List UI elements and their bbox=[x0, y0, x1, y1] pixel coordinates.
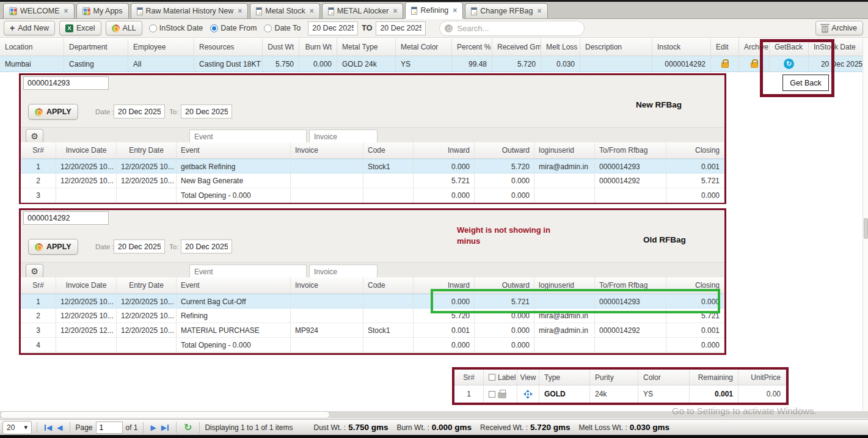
table-row[interactable]: 2 12/20/2025 10... 12/20/2025 10... Refi… bbox=[21, 308, 724, 323]
apply-button[interactable]: APPLY bbox=[28, 104, 78, 120]
event-filter-input[interactable] bbox=[189, 130, 307, 144]
column-header[interactable]: Archive bbox=[739, 38, 770, 56]
column-header[interactable]: Percent % bbox=[452, 38, 492, 56]
column-header[interactable]: Dust Wt bbox=[263, 38, 299, 56]
column-header[interactable]: Event bbox=[177, 277, 291, 294]
column-header[interactable]: Color bbox=[638, 370, 690, 385]
column-header[interactable]: Invoice bbox=[291, 142, 363, 159]
column-header[interactable]: Sr# bbox=[21, 142, 56, 159]
close-icon[interactable]: × bbox=[538, 7, 542, 15]
invoice-filter-input[interactable] bbox=[309, 130, 377, 144]
old-bag-number-input[interactable] bbox=[23, 211, 109, 225]
column-header[interactable]: Invoice Date bbox=[56, 142, 117, 159]
label-select-all-checkbox[interactable] bbox=[489, 374, 495, 381]
panel-date-to-input[interactable] bbox=[181, 239, 232, 254]
main-grid-row[interactable]: Mumbai Casting All Casting Dust 18KT 5.7… bbox=[0, 56, 868, 72]
search-box[interactable] bbox=[439, 21, 585, 36]
lock-icon[interactable] bbox=[721, 62, 729, 68]
close-icon[interactable]: × bbox=[393, 7, 397, 15]
column-header[interactable]: Type bbox=[539, 370, 590, 385]
column-header-label[interactable]: Label bbox=[484, 370, 517, 385]
horizontal-scrollbar-thumb[interactable] bbox=[0, 411, 330, 418]
tab-refining[interactable]: Refining × bbox=[405, 2, 463, 18]
close-icon[interactable]: × bbox=[310, 7, 314, 15]
table-row[interactable]: 4 Total Opening - 0.000 0.000 0.000 0.00… bbox=[21, 338, 724, 352]
vertical-scrollbar[interactable] bbox=[863, 38, 868, 411]
column-header[interactable]: Metal Type bbox=[337, 38, 396, 56]
tab-welcome[interactable]: WELCOME × bbox=[3, 3, 75, 18]
table-row[interactable]: 2 12/20/2025 10... 12/20/2025 10... New … bbox=[21, 173, 724, 188]
event-filter-input[interactable] bbox=[189, 265, 307, 279]
prev-page-button[interactable]: ◀ bbox=[57, 423, 62, 432]
horizontal-scrollbar[interactable] bbox=[0, 411, 868, 418]
column-header[interactable]: Inward bbox=[414, 277, 475, 294]
tab-raw-material-history-new[interactable]: Raw Material History New × bbox=[131, 3, 249, 18]
new-bag-number-input[interactable] bbox=[23, 76, 109, 90]
tab-metal-alocker[interactable]: METAL Alocker × bbox=[322, 3, 404, 18]
column-header[interactable]: Closing bbox=[666, 142, 724, 159]
column-header[interactable]: InStock Date bbox=[809, 38, 868, 56]
tab-metal-stock[interactable]: Metal Stock × bbox=[250, 3, 319, 18]
close-icon[interactable]: × bbox=[453, 6, 457, 15]
table-row[interactable]: 1 12/20/2025 10... 12/20/2025 10... Curr… bbox=[21, 294, 724, 308]
column-header[interactable]: Outward bbox=[475, 277, 534, 294]
column-header[interactable]: Edit bbox=[711, 38, 739, 56]
panel-date-from-input[interactable] bbox=[114, 239, 165, 254]
lock-icon[interactable] bbox=[751, 62, 758, 68]
get-back-button[interactable]: Get Back bbox=[782, 75, 829, 91]
column-header[interactable]: Invoice Date bbox=[56, 277, 117, 294]
tab-my-apps[interactable]: My Apps bbox=[76, 3, 129, 18]
add-new-button[interactable]: + Add New bbox=[4, 21, 55, 35]
apply-button[interactable]: APPLY bbox=[28, 239, 78, 255]
table-row[interactable]: 3 12/20/2025 12... 12/20/2025 10... MATE… bbox=[21, 323, 724, 338]
page-size-select[interactable]: 20 ▾ bbox=[2, 421, 32, 434]
last-page-button[interactable]: ▶ bbox=[161, 423, 169, 432]
date-to-input[interactable] bbox=[376, 21, 426, 35]
column-header[interactable]: To/From Rfbag bbox=[595, 142, 666, 159]
search-input[interactable] bbox=[457, 24, 579, 33]
first-page-button[interactable]: ◀ bbox=[45, 423, 52, 432]
column-header[interactable]: Description bbox=[580, 38, 652, 56]
column-header[interactable]: Department bbox=[64, 38, 128, 56]
radio-instock-date[interactable]: InStock Date bbox=[149, 24, 203, 32]
column-header[interactable]: loginuserid bbox=[534, 142, 595, 159]
column-header[interactable]: To/From Rfbag bbox=[595, 277, 666, 294]
gear-button[interactable]: ⚙ bbox=[26, 264, 43, 279]
column-header[interactable]: Remaining bbox=[690, 370, 739, 385]
panel-date-to-input[interactable] bbox=[181, 104, 232, 119]
column-header[interactable]: Closing bbox=[666, 277, 724, 294]
panel-date-from-input[interactable] bbox=[114, 104, 165, 119]
archive-button[interactable]: Archive bbox=[815, 21, 863, 35]
column-header[interactable]: Melt Loss bbox=[541, 38, 580, 56]
column-header[interactable]: Invoice bbox=[291, 277, 363, 294]
column-header[interactable]: Received Gm bbox=[492, 38, 541, 56]
date-from-input[interactable] bbox=[308, 21, 358, 35]
column-header[interactable]: GetBack bbox=[770, 38, 809, 56]
column-header[interactable]: Outward bbox=[475, 142, 534, 159]
getback-icon[interactable]: ↻ bbox=[784, 59, 794, 69]
column-header[interactable]: Metal Color bbox=[396, 38, 452, 56]
vertical-scrollbar-thumb[interactable] bbox=[864, 218, 868, 239]
column-header[interactable]: Employee bbox=[128, 38, 194, 56]
printer-icon[interactable] bbox=[498, 392, 506, 398]
column-header[interactable]: UnitPrice bbox=[739, 370, 786, 385]
all-filter-button[interactable]: ALL bbox=[106, 21, 142, 35]
column-header[interactable]: View bbox=[517, 370, 539, 385]
gear-button[interactable]: ⚙ bbox=[26, 129, 43, 144]
column-header[interactable]: Purity bbox=[590, 370, 638, 385]
move-view-icon[interactable] bbox=[523, 390, 533, 399]
column-header[interactable]: Sr# bbox=[454, 370, 484, 385]
refresh-icon[interactable]: ↻ bbox=[184, 422, 192, 433]
invoice-filter-input[interactable] bbox=[309, 265, 377, 279]
next-page-button[interactable]: ▶ bbox=[151, 423, 156, 432]
column-header[interactable]: Resources bbox=[194, 38, 263, 56]
column-header[interactable]: Instock bbox=[652, 38, 711, 56]
close-icon[interactable]: × bbox=[238, 7, 242, 15]
radio-date-to[interactable]: Date To bbox=[264, 24, 301, 32]
excel-export-button[interactable]: X Excel bbox=[59, 21, 101, 35]
radio-date-from[interactable]: Date From bbox=[210, 24, 257, 32]
label-checkbox[interactable] bbox=[489, 391, 495, 398]
column-header[interactable]: Inward bbox=[414, 142, 475, 159]
page-number-input[interactable] bbox=[96, 422, 123, 434]
column-header[interactable]: Burn Wt bbox=[299, 38, 337, 56]
